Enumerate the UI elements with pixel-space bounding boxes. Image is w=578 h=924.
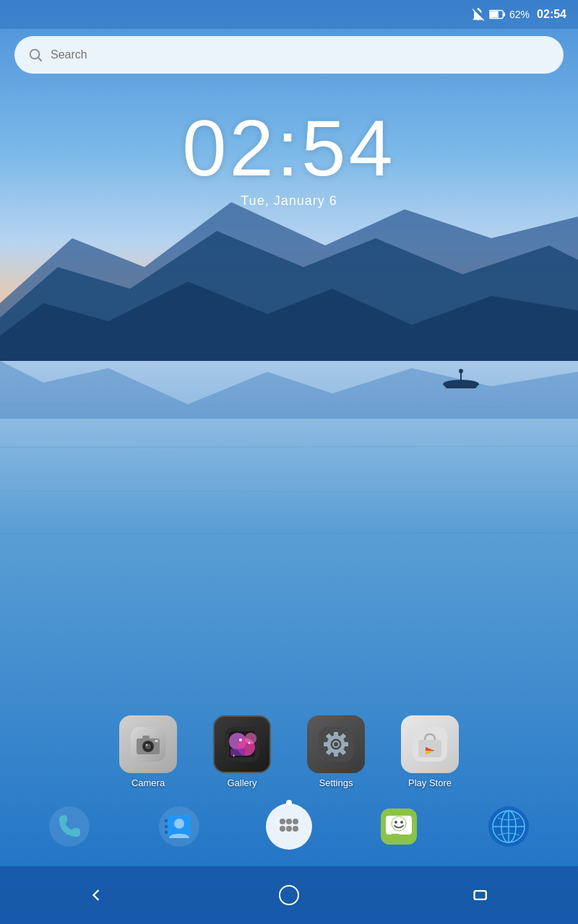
app-gallery[interactable]: ✦ Gallery	[206, 715, 278, 788]
clock-container: 02:54 Tue, January 6	[0, 108, 578, 209]
svg-point-67	[280, 826, 285, 832]
svg-rect-27	[142, 736, 150, 740]
svg-point-36	[249, 742, 251, 744]
svg-rect-61	[165, 825, 168, 828]
app-camera[interactable]: Camera	[112, 715, 184, 788]
nav-bar	[0, 866, 578, 924]
settings-icon	[307, 715, 365, 773]
svg-point-73	[394, 821, 397, 824]
battery-icon	[489, 9, 505, 19]
svg-point-74	[400, 821, 403, 824]
app-settings[interactable]: Settings	[300, 715, 372, 788]
svg-rect-43	[324, 742, 328, 746]
svg-point-35	[239, 738, 242, 741]
svg-point-14	[459, 369, 463, 373]
camera-label: Camera	[131, 777, 165, 788]
svg-rect-41	[334, 752, 338, 757]
svg-rect-82	[474, 891, 486, 899]
notification-muted-icon	[472, 8, 485, 21]
svg-point-49	[334, 742, 338, 746]
search-icon	[27, 47, 43, 63]
svg-rect-60	[165, 819, 168, 822]
search-bar[interactable]	[14, 36, 564, 74]
svg-point-65	[286, 819, 292, 824]
svg-rect-42	[344, 742, 348, 746]
app-row: Camera ✦ Galler	[112, 715, 466, 788]
svg-marker-12	[443, 384, 479, 388]
svg-rect-28	[155, 740, 158, 742]
dock-launcher[interactable]	[263, 801, 315, 853]
svg-rect-51	[418, 740, 441, 757]
svg-point-68	[286, 826, 292, 832]
status-bar: 62% 02:54	[0, 0, 578, 29]
status-time: 02:54	[537, 8, 566, 21]
dock-contacts[interactable]	[153, 801, 205, 853]
svg-text:✦: ✦	[232, 754, 236, 758]
dock-messenger[interactable]	[373, 801, 425, 853]
svg-point-69	[293, 826, 298, 832]
date-display: Tue, January 6	[0, 193, 578, 209]
search-input[interactable]	[51, 48, 551, 61]
dock	[0, 790, 578, 863]
svg-point-66	[293, 819, 298, 824]
dock-phone[interactable]	[43, 801, 95, 853]
svg-point-59	[174, 819, 184, 829]
svg-rect-17	[503, 12, 505, 17]
playstore-label: Play Store	[408, 777, 452, 788]
svg-rect-18	[490, 11, 499, 17]
clock-display: 02:54	[0, 108, 578, 188]
settings-label: Settings	[319, 777, 353, 788]
svg-rect-40	[334, 732, 338, 736]
svg-point-56	[49, 806, 90, 847]
nav-back[interactable]	[78, 877, 114, 913]
nav-home[interactable]	[271, 877, 307, 913]
svg-point-26	[146, 744, 148, 746]
nav-recent[interactable]	[464, 877, 500, 913]
svg-point-81	[280, 886, 298, 905]
svg-point-34	[245, 733, 256, 744]
playstore-icon	[401, 715, 459, 773]
svg-rect-62	[165, 831, 168, 834]
gallery-label: Gallery	[227, 777, 256, 788]
svg-point-64	[280, 819, 285, 824]
camera-icon	[119, 715, 177, 773]
svg-line-20	[38, 58, 41, 61]
gallery-icon: ✦	[213, 715, 271, 773]
svg-point-72	[392, 816, 406, 831]
dock-browser[interactable]	[483, 801, 535, 853]
app-playstore[interactable]: Play Store	[394, 715, 466, 788]
battery-percent: 62%	[509, 9, 530, 20]
